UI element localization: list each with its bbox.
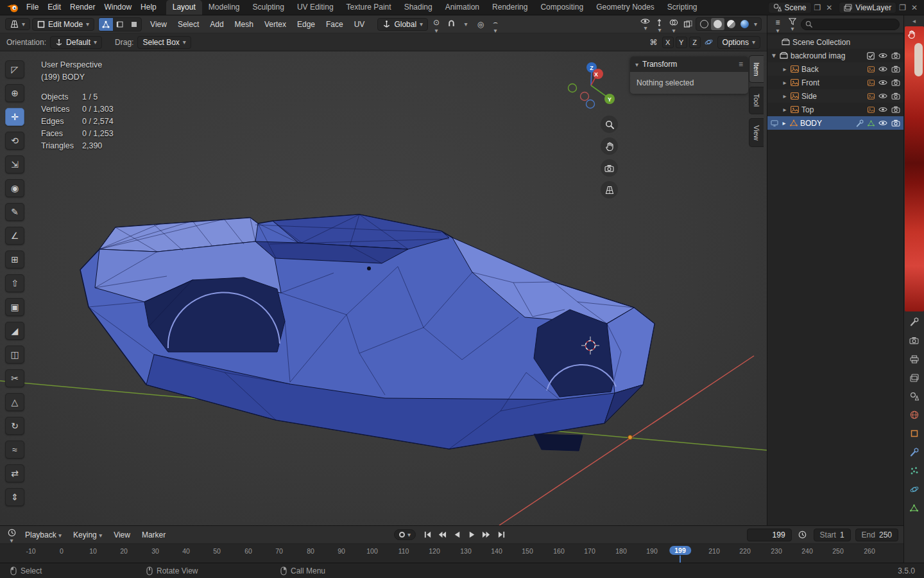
checkbox-icon[interactable]: [867, 52, 875, 60]
gizmos-dropdown[interactable]: ▾: [653, 18, 666, 31]
tool-move-button[interactable]: ✛: [5, 108, 24, 126]
menu-add[interactable]: Add: [205, 18, 228, 31]
tool-shrink-fatten-button[interactable]: ⇕: [5, 488, 24, 506]
pan-button[interactable]: [601, 137, 618, 155]
workspace-tab-layout[interactable]: Layout: [166, 0, 202, 15]
tool-add-cube-button[interactable]: ⊞: [5, 250, 24, 268]
tab-object-data-icon[interactable]: [909, 503, 920, 513]
tab-view-layer-icon[interactable]: [909, 372, 920, 383]
camera-view-button[interactable]: [601, 159, 618, 177]
expand-icon[interactable]: ▼: [771, 52, 777, 59]
mirror-z-button[interactable]: Z: [689, 37, 701, 48]
collapsed-icon[interactable]: ▸: [781, 119, 787, 127]
menu-select[interactable]: Select: [173, 18, 203, 31]
mirror-options-button[interactable]: ⌘: [647, 36, 660, 49]
menu-edge[interactable]: Edge: [293, 18, 320, 31]
zoom-button[interactable]: [601, 116, 618, 133]
gizmo-z-label[interactable]: Z: [590, 65, 594, 71]
menu-uv[interactable]: UV: [350, 18, 370, 31]
playhead[interactable]: [680, 556, 681, 563]
workspace-tab-sculpting[interactable]: Sculpting: [246, 0, 291, 15]
menu-playback[interactable]: Playback ▾: [21, 529, 66, 541]
tab-object-icon[interactable]: [909, 428, 920, 439]
drag-grip-icon[interactable]: ≡: [739, 60, 743, 69]
workspace-tab-animation[interactable]: Animation: [439, 0, 486, 15]
timeline-editor-type-button[interactable]: ▾: [5, 529, 18, 541]
blender-logo-icon[interactable]: [6, 3, 19, 13]
menu-timeline-view[interactable]: View: [109, 529, 135, 541]
gizmo-y-label[interactable]: Y: [608, 96, 612, 103]
auto-keying-button[interactable]: ▾: [394, 529, 416, 540]
outliner-row-back[interactable]: ▸ Back: [767, 62, 903, 76]
scene-selector[interactable]: Scene: [768, 2, 812, 13]
xray-toggle-button[interactable]: [681, 18, 694, 31]
tool-measure-button[interactable]: ∠: [5, 227, 24, 245]
tool-rotate-button[interactable]: ⟲: [5, 132, 24, 150]
remove-scene-button[interactable]: ✕: [823, 3, 835, 12]
workspace-tab-uv-editing[interactable]: UV Editing: [291, 0, 340, 15]
snap-dropdown[interactable]: ▾: [459, 18, 472, 31]
play-button[interactable]: [465, 529, 478, 541]
tool-loop-cut-button[interactable]: ◫: [5, 346, 24, 363]
outliner-row-body[interactable]: ▸ BODY: [767, 116, 903, 130]
transform-orientation-dropdown[interactable]: Global ▾: [377, 18, 428, 31]
shading-wireframe-button[interactable]: [697, 18, 711, 30]
shading-material-button[interactable]: [724, 18, 738, 30]
outliner-display-mode-dropdown[interactable]: ≡▾: [771, 18, 784, 31]
snap-toggle-button[interactable]: [445, 18, 458, 31]
mode-dropdown[interactable]: Edit Mode ▾: [32, 18, 94, 31]
orientation-setting-dropdown[interactable]: Default ▾: [50, 36, 102, 49]
shading-dropdown[interactable]: ▾: [751, 19, 760, 30]
collapsed-icon[interactable]: ▸: [782, 66, 788, 73]
tab-physics-icon[interactable]: [909, 484, 920, 495]
tab-output-icon[interactable]: [909, 354, 920, 364]
menu-keying[interactable]: Keying ▾: [69, 529, 107, 541]
menu-edit[interactable]: Edit: [43, 0, 65, 15]
tool-cursor-button[interactable]: ⊕: [5, 84, 24, 102]
drag-setting-dropdown[interactable]: Select Box ▾: [137, 36, 191, 49]
proportional-falloff-dropdown[interactable]: ⌢▾: [489, 18, 502, 31]
eye-icon[interactable]: [878, 80, 887, 85]
reference-image-thumbnail[interactable]: [905, 26, 924, 311]
tab-scene-icon[interactable]: [909, 391, 920, 401]
outliner-search-input[interactable]: [801, 19, 900, 30]
workspace-tab-scripting[interactable]: Scripting: [661, 0, 704, 15]
tab-view[interactable]: View: [749, 118, 764, 148]
menu-mesh[interactable]: Mesh: [230, 18, 258, 31]
face-select-button[interactable]: [127, 18, 141, 31]
outliner-row-top[interactable]: ▸ Top: [767, 103, 903, 116]
menu-help[interactable]: Help: [136, 0, 161, 15]
view-layer-selector[interactable]: ViewLayer: [839, 2, 896, 13]
tool-annotate-button[interactable]: ✎: [5, 203, 24, 221]
tool-extrude-button[interactable]: ⇧: [5, 274, 24, 292]
camera-icon[interactable]: [891, 52, 900, 59]
editor-type-button[interactable]: ▾: [5, 18, 30, 30]
workspace-tab-rendering[interactable]: Rendering: [486, 0, 534, 15]
outliner-row-side[interactable]: ▸ Side: [767, 89, 903, 103]
options-dropdown[interactable]: Options ▾: [717, 36, 760, 49]
navigation-gizmo[interactable]: X Y Z: [563, 58, 619, 113]
tool-tweak-select-button[interactable]: ◸: [5, 60, 24, 78]
workspace-tab-shading[interactable]: Shading: [398, 0, 439, 15]
shading-rendered-button[interactable]: [738, 18, 751, 30]
viewport-canvas[interactable]: ◸ ⊕ ✛ ⟲ ⇲ ◉ ✎ ∠ ⊞ ⇧ ▣ ◢ ◫: [0, 51, 767, 525]
camera-icon[interactable]: [891, 79, 900, 86]
tab-item[interactable]: Item: [749, 55, 764, 83]
tool-transform-button[interactable]: ◉: [5, 179, 24, 197]
gizmo-x-label[interactable]: X: [594, 71, 598, 78]
workspace-tab-compositing[interactable]: Compositing: [534, 0, 590, 15]
current-frame-badge[interactable]: 199: [669, 546, 691, 555]
preview-range-button[interactable]: [796, 529, 809, 541]
tab-render-icon[interactable]: [909, 335, 920, 346]
menu-marker[interactable]: Marker: [137, 529, 170, 541]
outliner-row-front[interactable]: ▸ Front: [767, 76, 903, 89]
menu-window[interactable]: Window: [99, 0, 136, 15]
workspace-tab-modeling[interactable]: Modeling: [202, 0, 246, 15]
mesh-data-icon[interactable]: [868, 120, 875, 127]
menu-file[interactable]: File: [22, 0, 43, 15]
eye-icon[interactable]: [878, 66, 887, 72]
perspective-toggle-button[interactable]: [601, 181, 618, 198]
tool-knife-button[interactable]: ✂: [5, 369, 24, 387]
eye-icon[interactable]: [878, 120, 887, 126]
camera-icon[interactable]: [891, 92, 900, 100]
